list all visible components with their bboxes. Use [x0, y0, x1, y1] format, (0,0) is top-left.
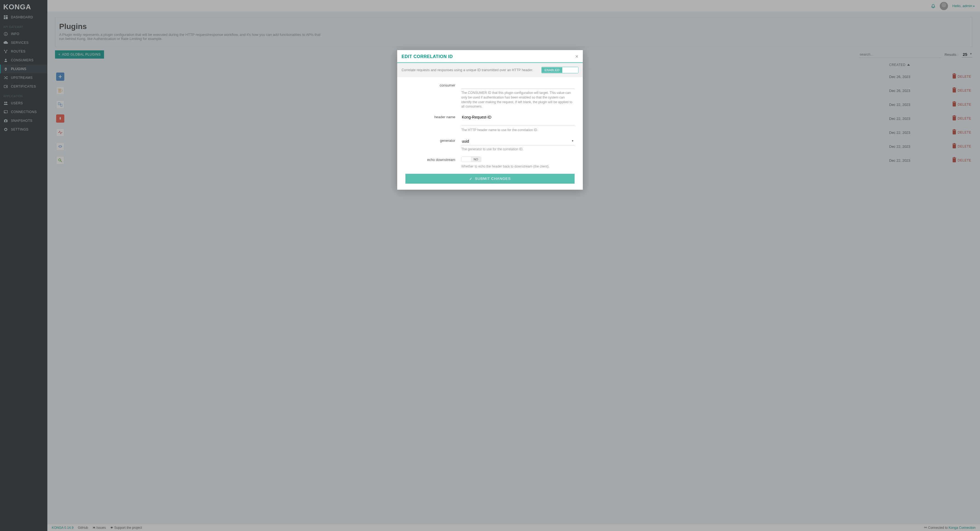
modal-subtitle: Correlate requests and responses using a… — [402, 68, 533, 72]
generator-select[interactable]: uuid — [461, 137, 574, 145]
generator-label: generator — [406, 137, 461, 152]
echo-downstream-toggle[interactable]: NO — [461, 157, 481, 162]
echo-downstream-label: echo downstream — [406, 157, 461, 169]
submit-changes-button[interactable]: SUBMIT CHANGES — [406, 174, 574, 184]
header-name-input[interactable]: Kong-Request-ID — [461, 114, 574, 126]
header-name-help: The HTTP header name to use for the corr… — [461, 128, 574, 132]
consumer-input[interactable] — [461, 82, 574, 89]
check-icon — [469, 176, 473, 181]
enabled-toggle[interactable]: ENABLED — [541, 67, 578, 73]
modal-title: EDIT CORRELATION ID — [402, 54, 453, 59]
echo-downstream-help: Whether to echo the header back to downs… — [461, 164, 574, 169]
modal-overlay[interactable]: EDIT CORRELATION ID × Correlate requests… — [0, 0, 980, 531]
header-name-label: header name — [406, 114, 461, 132]
edit-plugin-modal: EDIT CORRELATION ID × Correlate requests… — [397, 50, 583, 190]
consumer-help: The CONSUMER ID that this plugin configu… — [461, 91, 574, 109]
generator-help: The generator to use for the correlation… — [461, 147, 574, 152]
enabled-label: ENABLED — [542, 67, 562, 73]
consumer-label: consumer — [406, 82, 461, 109]
close-icon[interactable]: × — [575, 53, 578, 60]
